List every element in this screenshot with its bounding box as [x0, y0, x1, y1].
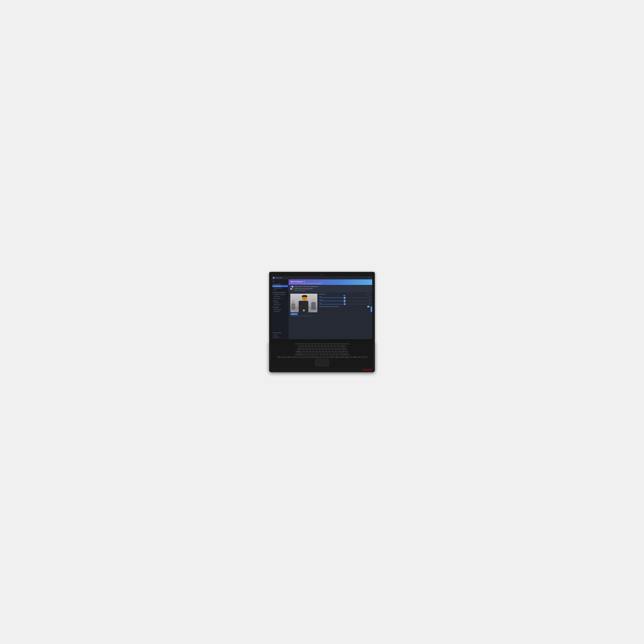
key-f6[interactable]: F6 [314, 343, 317, 345]
key-period[interactable]: . [333, 353, 335, 356]
color-slider-track[interactable]: 50 [319, 304, 370, 304]
sidebar-item-auto-framing[interactable]: Auto Framing [272, 295, 289, 297]
sidebar-item-video-enhancer[interactable]: Video Enhancer [272, 285, 288, 287]
intensity-slider-track[interactable]: 50 [319, 301, 370, 301]
key-equals[interactable]: = [337, 345, 339, 348]
video-on-button[interactable]: VIDEO ON [290, 313, 298, 315]
key-8[interactable]: 8 [324, 345, 327, 348]
key-f11[interactable]: F11 [330, 343, 333, 345]
light-slider-track[interactable]: 50 [319, 298, 370, 298]
key-f1[interactable]: F1 [298, 343, 301, 345]
key-ctrl-left[interactable]: Ctrl [282, 356, 287, 358]
key-b[interactable]: B [320, 353, 323, 356]
key-0[interactable]: 0 [330, 345, 333, 348]
sidebar-item-hdr[interactable]: HDR [272, 289, 289, 291]
key-space[interactable] [300, 356, 326, 358]
key-g[interactable]: G [315, 351, 318, 353]
key-c[interactable]: C [312, 353, 315, 356]
key-f2[interactable]: F2 [301, 343, 304, 345]
sidebar-about[interactable]: i About [272, 334, 289, 336]
key-o[interactable]: O [328, 348, 331, 350]
tnr-toggle[interactable] [367, 306, 370, 307]
key-k[interactable]: K [325, 351, 328, 353]
key-arrow-down[interactable]: ↓ [361, 356, 364, 358]
key-quote[interactable]: ' [335, 351, 338, 353]
key-3[interactable]: 3 [308, 345, 310, 348]
hamburger-menu[interactable]: ☰ [272, 280, 289, 283]
key-esc[interactable]: Esc [295, 343, 298, 345]
key-arrow-up-alt[interactable]: ↑ [297, 356, 300, 358]
key-d[interactable]: D [309, 351, 312, 353]
key-a[interactable]: A [303, 351, 305, 353]
key-tab[interactable]: Tab [297, 348, 302, 350]
key-end[interactable]: End [340, 343, 343, 345]
key-backspace[interactable]: ⌫ [340, 345, 346, 348]
maximize-button[interactable]: ❐ [368, 277, 369, 278]
key-4[interactable]: 4 [311, 345, 314, 348]
key-arrow-down-alt[interactable]: ↓ [326, 356, 329, 358]
sidebar-item-bg-concealment[interactable]: Background Concealment [272, 294, 289, 295]
touchpad[interactable] [315, 359, 329, 367]
key-m[interactable]: M [326, 353, 329, 356]
key-t[interactable]: T [315, 348, 318, 350]
key-insert[interactable]: Insert [343, 343, 346, 345]
sidebar-feedback[interactable]: Feedback [272, 336, 289, 338]
key-shift-left[interactable]: Shift [295, 353, 305, 356]
key-semicolon[interactable]: ; [332, 351, 334, 353]
key-home[interactable]: Home [337, 343, 340, 345]
key-f12[interactable]: F12 [333, 343, 336, 345]
key-slash[interactable]: / [336, 353, 339, 356]
key-p[interactable]: P [331, 348, 334, 350]
key-s[interactable]: S [306, 351, 309, 353]
key-7[interactable]: 7 [320, 345, 323, 348]
trackpoint-nub[interactable] [318, 353, 319, 354]
key-f8[interactable]: F8 [321, 343, 323, 345]
key-9[interactable]: 9 [327, 345, 330, 348]
key-f[interactable]: F [312, 351, 315, 353]
sidebar-item-privacy-alert[interactable]: Privacy Alert [272, 302, 289, 304]
key-alt-left[interactable]: Alt [292, 356, 297, 358]
key-u[interactable]: U [321, 348, 324, 350]
battery-toggle[interactable] [290, 288, 293, 290]
key-arrow-left[interactable]: ← [358, 356, 361, 358]
sidebar-item-posture-warning[interactable]: Posture Warning [272, 308, 289, 310]
key-pgup[interactable]: PgUp [345, 356, 349, 358]
key-prtsc[interactable]: PrtSc [335, 356, 339, 358]
key-e[interactable]: E [308, 348, 311, 350]
key-shift-right[interactable]: Shift [339, 353, 349, 356]
key-f4[interactable]: F4 [308, 343, 311, 345]
key-f3[interactable]: F3 [304, 343, 307, 345]
key-backtick[interactable]: ` [298, 345, 301, 348]
hero-info-icon[interactable]: ? [304, 281, 305, 282]
key-backslash[interactable]: \ [341, 348, 347, 350]
minimize-button[interactable]: — [367, 277, 368, 278]
key-j[interactable]: J [322, 351, 325, 353]
reset-button[interactable]: ↺ RESET [366, 294, 370, 295]
key-z[interactable]: Z [305, 353, 308, 356]
key-r[interactable]: R [312, 348, 315, 350]
key-capslock[interactable]: CapsLock [296, 351, 302, 353]
key-ctrl-right[interactable]: Ctrl [340, 356, 344, 358]
window-controls[interactable]: — ❐ ✕ [367, 277, 371, 278]
key-lbracket[interactable]: [ [334, 348, 337, 350]
sidebar-item-low-light[interactable]: Low-light Enhancer [272, 287, 289, 289]
video-divider-handle[interactable]: ⟺ [303, 310, 305, 311]
key-enter[interactable]: Enter [338, 351, 348, 353]
key-comma[interactable]: , [329, 353, 332, 356]
close-button[interactable]: ✕ [370, 277, 371, 278]
key-6[interactable]: 6 [317, 345, 320, 348]
key-arrow-right[interactable]: → [364, 356, 367, 358]
key-v[interactable]: V [315, 353, 318, 356]
key-n[interactable]: N [323, 353, 326, 356]
key-minus[interactable]: - [333, 345, 336, 348]
key-y[interactable]: Y [318, 348, 321, 350]
key-f9[interactable]: F9 [324, 343, 327, 345]
sidebar-battery-settings[interactable]: Battery Settings [272, 332, 289, 334]
key-pgdn[interactable]: PgDn [353, 356, 358, 358]
key-delete[interactable]: Delete [346, 343, 349, 345]
key-q[interactable]: Q [302, 348, 305, 350]
key-2[interactable]: 2 [304, 345, 307, 348]
key-1[interactable]: 1 [301, 345, 304, 348]
sidebar-item-privacy-guard[interactable]: Privacy Guard [272, 304, 289, 306]
key-win[interactable]: ⊞ [287, 356, 292, 358]
